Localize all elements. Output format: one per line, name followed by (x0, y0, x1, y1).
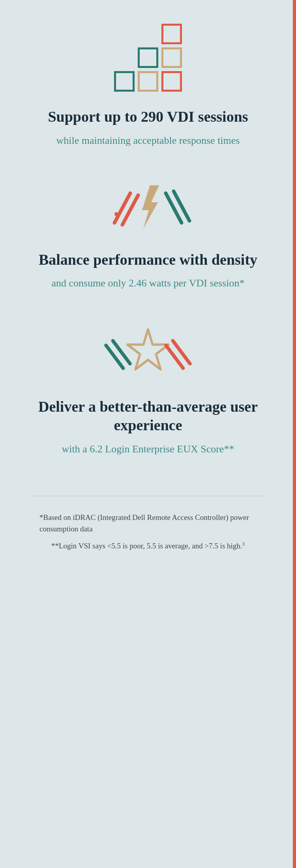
grid-icon (114, 24, 182, 92)
grid-cell-r2c2 (161, 47, 182, 68)
footnote-2-text: **Login VSI says <5.5 is poor, 5.5 is av… (51, 542, 242, 550)
perf-title: Balance performance with density (39, 250, 257, 269)
grid-cell-r1c3 (161, 24, 182, 44)
vdi-subtitle: while maintaining acceptable response ti… (56, 134, 240, 148)
footnote-superscript: 3 (242, 541, 245, 547)
ux-subtitle: with a 6.2 Login Enterprise EUX Score** (62, 442, 234, 456)
svg-line-1 (122, 195, 138, 225)
star-icon (101, 322, 195, 382)
grid-cell-r1c1 (114, 24, 135, 44)
performance-icon (105, 179, 191, 235)
svg-marker-3 (142, 185, 159, 229)
section-performance: Balance performance with density and con… (32, 179, 264, 291)
svg-line-0 (114, 193, 130, 223)
grid-cell-r3c1 (114, 71, 135, 92)
ux-icon-area (101, 322, 195, 386)
footnote-1: *Based on iDRAC (Integrated Dell Remote … (39, 512, 257, 535)
vdi-title: Support up to 290 VDI sessions (48, 107, 248, 126)
grid-cell-r1c2 (138, 24, 158, 44)
svg-line-4 (166, 193, 182, 223)
grid-cell-r3c3 (161, 71, 182, 92)
footer-notes: *Based on iDRAC (Integrated Dell Remote … (32, 496, 264, 565)
grid-cell-r2c1 (138, 47, 158, 68)
svg-marker-8 (127, 329, 169, 369)
svg-line-5 (174, 191, 189, 221)
grid-cell-r3c2 (138, 71, 158, 92)
svg-point-2 (114, 212, 118, 216)
section-ux: Deliver a better-than-average user exper… (32, 322, 264, 456)
ux-title: Deliver a better-than-average user exper… (32, 397, 264, 435)
footnote-2: **Login VSI says <5.5 is poor, 5.5 is av… (39, 540, 257, 552)
grid-cell-r2c0 (114, 47, 135, 68)
perf-subtitle: and consume only 2.46 watts per VDI sess… (51, 276, 244, 290)
grid-icon-area (114, 24, 182, 96)
right-accent (293, 0, 296, 868)
performance-icon-area (105, 179, 191, 239)
section-vdi: Support up to 290 VDI sessions while mai… (32, 24, 264, 148)
